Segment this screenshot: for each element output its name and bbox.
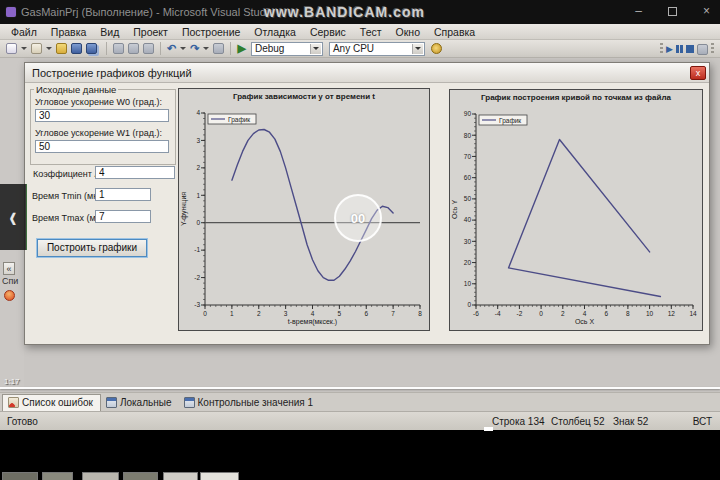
tab-label: Список ошибок: [22, 397, 93, 408]
svg-text:1: 1: [196, 192, 200, 199]
build-graphs-button[interactable]: Построить графики: [37, 239, 147, 257]
toolbar-separator: [230, 42, 231, 55]
chevron-left-icon[interactable]: ‹: [9, 202, 16, 233]
menu-tools[interactable]: Сервис: [303, 25, 353, 39]
taskbar-thumbnail[interactable]: [82, 472, 119, 480]
toolbar-grip[interactable]: [660, 43, 663, 55]
combo-dropdown-icon[interactable]: [310, 44, 321, 54]
svg-text:-2: -2: [194, 274, 200, 281]
tab-label: Локальные: [120, 397, 172, 408]
new-item-dropdown-icon[interactable]: [21, 47, 27, 50]
taskbar-thumbnail[interactable]: [163, 472, 198, 480]
copy-icon[interactable]: [128, 43, 139, 54]
stop-debug-icon[interactable]: [686, 45, 694, 53]
svg-text:2: 2: [196, 164, 200, 171]
locals-icon: [106, 397, 117, 408]
add-item-icon[interactable]: [31, 43, 42, 54]
panel-collapse-button[interactable]: «: [3, 262, 15, 275]
save-all-icon[interactable]: [86, 43, 97, 54]
svg-text:40: 40: [464, 216, 472, 223]
open-file-icon[interactable]: [56, 43, 67, 54]
menu-debug[interactable]: Отладка: [247, 25, 303, 39]
error-badge-icon: [4, 290, 15, 301]
standard-toolbar: ↶ ↷ ▶ Debug Any CPU ▶: [0, 40, 720, 58]
pause-icon[interactable]: [676, 45, 683, 53]
tmin-input[interactable]: [95, 188, 151, 201]
toolbar-grip[interactable]: [711, 43, 714, 55]
menu-help[interactable]: Справка: [427, 25, 482, 39]
toolbar-separator: [160, 42, 161, 55]
maximize-button[interactable]: [668, 7, 677, 16]
tab-watch-1[interactable]: Контрольные значения 1: [179, 395, 321, 411]
menu-view[interactable]: Вид: [93, 25, 126, 39]
svg-text:0: 0: [196, 219, 200, 226]
tool-window-tabs: Список ошибок Локальные Контрольные знач…: [0, 392, 720, 411]
redo-icon[interactable]: ↷: [190, 43, 199, 54]
status-insert-mode: ВСТ: [693, 416, 712, 427]
taskbar-thumbnail[interactable]: [200, 472, 239, 480]
cut-icon[interactable]: [113, 43, 124, 54]
menu-build[interactable]: Построение: [175, 25, 247, 39]
tab-locals[interactable]: Локальные: [101, 395, 179, 411]
tmax-input[interactable]: [95, 210, 151, 223]
svg-text:2: 2: [561, 310, 565, 317]
start-debug-icon[interactable]: ▶: [237, 43, 245, 54]
dialog-title: Построение графиков функций: [25, 67, 192, 79]
menu-project[interactable]: Проект: [126, 25, 175, 39]
add-item-dropdown-icon[interactable]: [46, 47, 52, 50]
menu-window[interactable]: Окно: [389, 25, 427, 39]
w1-label: Угловое ускорение W1 (град.):: [35, 128, 162, 138]
scrubber-marker[interactable]: [484, 427, 493, 431]
svg-text:10: 10: [646, 310, 654, 317]
svg-text:3: 3: [284, 310, 288, 317]
chart-curve-from-file: График построения кривой по точкам из фа…: [449, 89, 703, 331]
taskbar-thumbnail[interactable]: [42, 472, 73, 480]
svg-text:Y-функция: Y-функция: [180, 192, 188, 226]
svg-text:6: 6: [364, 310, 368, 317]
taskbar-thumbnail[interactable]: [123, 472, 158, 480]
solution-configuration-combo[interactable]: Debug: [251, 42, 323, 56]
menu-edit[interactable]: Правка: [44, 25, 93, 39]
w1-input[interactable]: [35, 140, 169, 153]
taskbar-thumbnail[interactable]: [2, 472, 38, 480]
new-item-icon[interactable]: [6, 43, 17, 54]
solution-platform-value: Any CPU: [333, 43, 374, 54]
player-progress-bar[interactable]: [0, 387, 720, 389]
continue-icon[interactable]: ▶: [666, 44, 673, 54]
status-ready: Готово: [7, 416, 38, 427]
svg-text:График зависимости y от времен: График зависимости y от времени t: [233, 92, 375, 101]
source-data-groupbox: Исходные данные Угловое ускорение W0 (гр…: [30, 89, 176, 165]
close-button[interactable]: ×: [703, 4, 710, 18]
tab-error-list[interactable]: Список ошибок: [2, 394, 101, 411]
svg-text:-3: -3: [194, 301, 200, 308]
groupbox-title: Исходные данные: [34, 84, 118, 95]
navigate-back-icon[interactable]: [213, 43, 224, 54]
svg-text:-1: -1: [194, 246, 200, 253]
save-icon[interactable]: [71, 43, 82, 54]
minimize-button[interactable]: –: [635, 4, 642, 18]
solution-platform-combo[interactable]: Any CPU: [329, 42, 425, 56]
svg-text:3: 3: [196, 137, 200, 144]
toolbar-separator: [106, 42, 107, 55]
coefficient-a-input[interactable]: [95, 166, 175, 179]
paste-icon[interactable]: [143, 43, 154, 54]
menu-test[interactable]: Тест: [353, 25, 389, 39]
svg-text:80: 80: [464, 132, 472, 139]
undo-dropdown-icon[interactable]: [180, 47, 186, 50]
dialog-titlebar[interactable]: Построение графиков функций x: [25, 63, 709, 83]
step-over-icon[interactable]: [697, 44, 708, 55]
w0-input[interactable]: [35, 109, 169, 122]
svg-text:График: График: [499, 117, 521, 125]
svg-text:14: 14: [689, 310, 697, 317]
svg-text:0: 0: [539, 310, 543, 317]
redo-dropdown-icon[interactable]: [203, 47, 209, 50]
dialog-close-button[interactable]: x: [690, 66, 706, 80]
svg-text:1: 1: [230, 310, 234, 317]
find-in-files-icon[interactable]: [431, 43, 442, 54]
combo-dropdown-icon[interactable]: [412, 44, 423, 54]
menu-file[interactable]: Файл: [4, 25, 44, 39]
undo-icon[interactable]: ↶: [167, 43, 176, 54]
svg-text:-2: -2: [517, 310, 523, 317]
svg-text:5: 5: [338, 310, 342, 317]
recorder-side-panel[interactable]: ‹: [0, 184, 27, 250]
